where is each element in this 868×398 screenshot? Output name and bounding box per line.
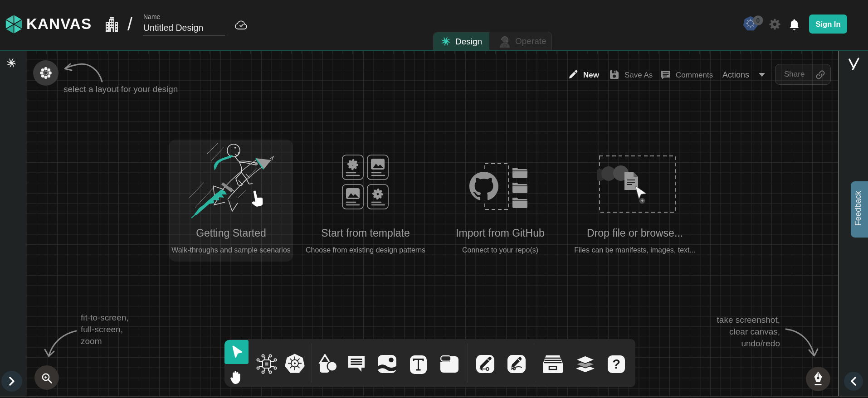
svg-text:0: 0 [756,17,760,24]
svg-text:?: ? [612,357,620,371]
